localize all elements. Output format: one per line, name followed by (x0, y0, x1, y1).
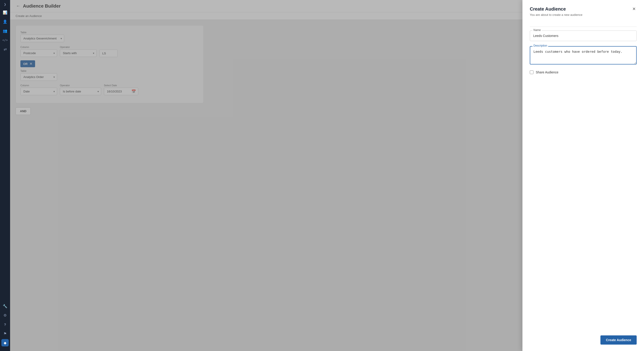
team-icon[interactable]: 👥 (2, 27, 9, 34)
separator-1 (530, 26, 637, 27)
code-icon[interactable]: </> (2, 36, 9, 44)
share-audience-row: Share Audience (530, 70, 637, 74)
create-audience-button[interactable]: Create Audience (600, 336, 637, 344)
name-input[interactable] (530, 30, 637, 41)
name-field: Name (530, 30, 637, 41)
logo-icon: ◆ (2, 339, 9, 346)
name-field-label: Name (532, 28, 542, 32)
help-icon[interactable]: ? (2, 321, 9, 328)
dialog-close-button[interactable]: ✕ (632, 6, 637, 12)
dialog-panel: Create Audience ✕ You are about to creat… (522, 0, 644, 351)
sync-icon[interactable]: ⇄ (2, 46, 9, 53)
flag-icon[interactable]: ⚑ (2, 330, 9, 337)
settings-icon[interactable]: ⚙ (2, 312, 9, 319)
share-audience-label[interactable]: Share Audience (536, 70, 558, 74)
analytics-icon[interactable]: 📊 (2, 9, 9, 16)
description-field-label: Description (532, 44, 548, 47)
description-field: Description Leeds customers who have ord… (530, 46, 637, 66)
share-audience-checkbox[interactable] (530, 70, 534, 74)
tools-icon[interactable]: 🔧 (2, 302, 9, 310)
description-textarea[interactable]: Leeds customers who have ordered before … (530, 46, 637, 64)
main-content: ← Audience Builder Create an Audience Ta… (10, 0, 644, 351)
sidebar: ❯ 📊 👤 👥 </> ⇄ 🔧 ⚙ ? ⚑ ◆ (0, 0, 10, 351)
dialog-header: Create Audience ✕ (530, 6, 637, 12)
collapse-icon[interactable]: ❯ (4, 3, 6, 6)
dialog-title: Create Audience (530, 6, 566, 12)
dialog-subtitle: You are about to create a new audience (530, 13, 637, 16)
users-icon[interactable]: 👤 (2, 18, 9, 25)
